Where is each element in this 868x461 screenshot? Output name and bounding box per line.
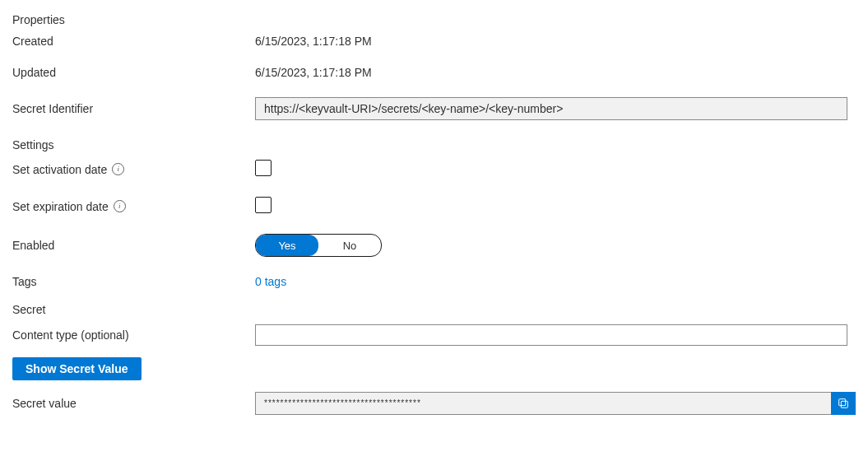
secret-identifier-field[interactable]: https://<keyvault-URI>/secrets/<key-name… [255,97,847,120]
tags-label: Tags [12,275,255,288]
copy-secret-button[interactable] [831,392,856,415]
row-created: Created 6/15/2023, 1:17:18 PM [12,35,856,48]
section-settings-header: Settings [12,138,856,151]
activation-date-checkbox[interactable] [255,160,272,176]
row-activation-date: Set activation date i [12,160,856,179]
secret-value-label: Secret value [12,397,255,410]
svg-rect-1 [839,399,846,406]
info-icon[interactable]: i [112,163,124,175]
section-secret-header: Secret [12,303,856,316]
enabled-toggle[interactable]: Yes No [255,234,382,257]
row-enabled: Enabled Yes No [12,234,856,257]
row-tags: Tags 0 tags [12,275,856,288]
updated-label: Updated [12,66,255,79]
enabled-toggle-no[interactable]: No [318,235,381,256]
content-type-label: Content type (optional) [12,328,255,342]
updated-value: 6/15/2023, 1:17:18 PM [255,66,856,79]
created-value: 6/15/2023, 1:17:18 PM [255,35,856,48]
expiration-date-checkbox[interactable] [255,197,272,213]
row-secret-value: Secret value ***************************… [12,392,856,415]
svg-rect-0 [841,401,847,407]
section-properties-header: Properties [12,13,856,26]
row-expiration-date: Set expiration date i [12,197,856,216]
content-type-input[interactable] [255,324,847,346]
enabled-toggle-yes[interactable]: Yes [256,235,318,256]
row-secret-identifier: Secret Identifier https://<keyvault-URI>… [12,97,856,120]
tags-link[interactable]: 0 tags [255,275,286,288]
copy-icon [837,397,850,410]
row-updated: Updated 6/15/2023, 1:17:18 PM [12,66,856,79]
activation-date-label: Set activation date [12,163,107,176]
secret-value-field[interactable]: *************************************** [255,392,832,415]
expiration-date-label: Set expiration date [12,200,109,213]
secret-identifier-label: Secret Identifier [12,102,255,115]
secret-properties-form: Properties Created 6/15/2023, 1:17:18 PM… [0,0,868,415]
created-label: Created [12,35,255,48]
show-secret-value-button[interactable]: Show Secret Value [12,357,142,380]
enabled-label: Enabled [12,239,255,252]
info-icon[interactable]: i [114,200,126,212]
row-content-type: Content type (optional) [12,324,856,346]
